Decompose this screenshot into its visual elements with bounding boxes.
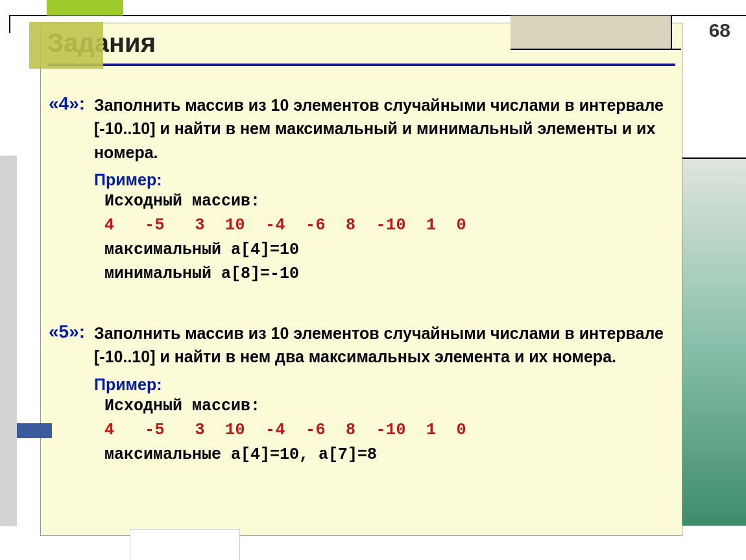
- deco-line: [9, 15, 10, 33]
- slide-body: Задания «4»: Заполнить массив из 10 элем…: [40, 23, 682, 536]
- deco-line: [681, 158, 746, 159]
- task-5-description: Заполнить массив из 10 элементов случайн…: [94, 321, 669, 369]
- task-4-grade: «4»:: [49, 93, 94, 114]
- task-5: «5»: Заполнить массив из 10 элементов сл…: [49, 321, 669, 467]
- task-4-min-line: минимальный a[8]=-10: [104, 262, 669, 286]
- task-5-grade: «5»:: [49, 321, 94, 342]
- task-4-example-label: Пример:: [94, 170, 669, 189]
- task-4: «4»: Заполнить массив из 10 элементов сл…: [49, 93, 669, 286]
- deco-blue-left: [17, 423, 52, 438]
- task-4-source-label: Исходный массив:: [104, 189, 669, 214]
- deco-line: [511, 49, 681, 50]
- task-5-max-line: максимальные a[4]=10, a[7]=8: [104, 443, 669, 467]
- task-4-description: Заполнить массив из 10 элементов случайн…: [94, 93, 669, 164]
- task-5-source-label: Исходный массив:: [104, 394, 669, 419]
- deco-tan-top: [511, 16, 671, 49]
- deco-left-gray: [0, 156, 17, 526]
- deco-olive-block: [29, 22, 103, 69]
- deco-green-top: [47, 0, 123, 16]
- deco-right-gradient: [681, 158, 746, 526]
- task-4-max-line: максимальный a[4]=10: [104, 238, 669, 262]
- task-4-array-values: 4 -5 3 10 -4 -6 8 -10 1 0: [104, 213, 669, 238]
- page-number: 68: [709, 19, 730, 41]
- deco-bottom-box: [130, 529, 240, 560]
- task-5-example-label: Пример:: [94, 375, 669, 394]
- task-5-array-values: 4 -5 3 10 -4 -6 8 -10 1 0: [104, 418, 669, 443]
- title-underline: [47, 64, 675, 66]
- deco-line: [671, 15, 672, 49]
